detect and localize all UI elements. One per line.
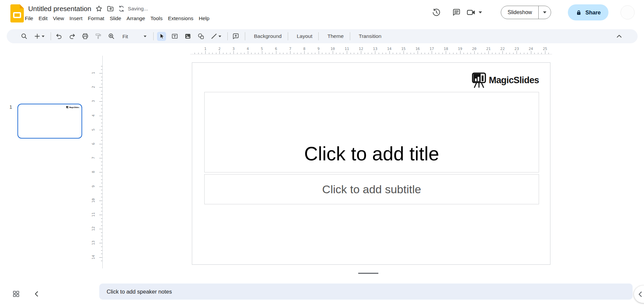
insert-shape-icon[interactable] bbox=[196, 32, 205, 41]
video-camera-icon bbox=[467, 8, 476, 16]
theme-button[interactable]: Theme bbox=[322, 31, 349, 41]
horizontal-ruler-baseline bbox=[190, 54, 552, 54]
version-history-icon[interactable] bbox=[430, 6, 443, 19]
menu-extensions[interactable]: Extensions bbox=[165, 14, 196, 23]
notes-resize-handle[interactable] bbox=[358, 273, 378, 274]
avatar[interactable] bbox=[621, 5, 635, 19]
toolbar-divider bbox=[350, 32, 350, 40]
header-actions: Slideshow Share bbox=[430, 0, 635, 25]
grid-view-icon[interactable] bbox=[10, 288, 22, 300]
star-icon[interactable] bbox=[93, 4, 105, 14]
saving-status[interactable]: Saving... bbox=[118, 5, 148, 12]
header: Untitled presentation Saving... FileEdit… bbox=[0, 0, 644, 29]
menu-slide[interactable]: Slide bbox=[107, 14, 124, 23]
document-title[interactable]: Untitled presentation bbox=[26, 4, 93, 13]
saving-label: Saving... bbox=[128, 6, 148, 12]
select-tool-icon[interactable] bbox=[157, 32, 166, 41]
layout-button[interactable]: Layout bbox=[291, 31, 318, 41]
background-button[interactable]: Background bbox=[249, 31, 287, 41]
search-menus-icon[interactable] bbox=[19, 32, 29, 41]
toolbar-divider bbox=[51, 32, 51, 40]
transition-button[interactable]: Transition bbox=[354, 31, 387, 41]
insert-line-button[interactable] bbox=[209, 32, 223, 41]
share-button[interactable]: Share bbox=[568, 4, 608, 20]
vertical-ruler: 1234567891011121314 bbox=[91, 62, 103, 265]
line-tool-icon bbox=[211, 33, 217, 40]
menu-format[interactable]: Format bbox=[85, 14, 107, 23]
subtitle-placeholder[interactable]: Click to add subtitle bbox=[204, 174, 539, 204]
expand-sidebar-button[interactable] bbox=[634, 286, 644, 303]
zoom-in-icon[interactable] bbox=[107, 32, 116, 41]
redo-icon[interactable] bbox=[67, 32, 76, 41]
menu-view[interactable]: View bbox=[50, 14, 67, 23]
magicslides-mini-icon bbox=[66, 106, 69, 109]
toolbar-divider bbox=[318, 32, 319, 40]
thumbnail-brand-logo: MagicSlides bbox=[66, 106, 79, 109]
sync-icon bbox=[118, 5, 125, 12]
plus-icon bbox=[34, 33, 41, 40]
slide-canvas[interactable]: MagicSlides Click to add title Click to … bbox=[192, 62, 550, 265]
menu-file[interactable]: File bbox=[22, 14, 36, 23]
menu-arrange[interactable]: Arrange bbox=[124, 14, 148, 23]
insert-image-icon[interactable] bbox=[183, 32, 192, 41]
menu-help[interactable]: Help bbox=[196, 14, 212, 23]
zoom-select[interactable]: Fit bbox=[120, 32, 149, 41]
chevron-down-icon bbox=[479, 11, 482, 13]
collapse-filmstrip-icon[interactable] bbox=[30, 288, 42, 300]
horizontal-ruler: 1234567891011121314151617181920212223242… bbox=[192, 47, 550, 54]
collapse-toolbar-icon[interactable] bbox=[614, 31, 624, 41]
title-placeholder[interactable]: Click to add title bbox=[204, 92, 539, 172]
undo-icon[interactable] bbox=[54, 32, 63, 41]
zoom-value: Fit bbox=[122, 34, 128, 39]
toolbar-divider bbox=[153, 32, 154, 40]
toolbar-divider bbox=[245, 32, 245, 40]
comments-icon[interactable] bbox=[450, 6, 463, 19]
insert-comment-icon[interactable] bbox=[231, 32, 240, 41]
text-box-icon[interactable] bbox=[170, 32, 179, 41]
filmstrip-panel: 1 MagicSlides bbox=[0, 47, 99, 282]
slide-thumbnail[interactable]: MagicSlides bbox=[17, 104, 82, 139]
slide-number: 1 bbox=[9, 104, 12, 110]
chevron-left-icon bbox=[638, 292, 642, 297]
toolbar-divider bbox=[288, 32, 288, 40]
title-row: Untitled presentation Saving... bbox=[26, 3, 148, 14]
chevron-down-icon bbox=[218, 36, 221, 37]
join-call-button[interactable] bbox=[467, 8, 488, 16]
vertical-ruler-baseline bbox=[102, 56, 103, 268]
chevron-down-icon bbox=[543, 11, 546, 13]
chevron-down-icon bbox=[42, 36, 45, 37]
magicslides-logo-text: MagicSlides bbox=[489, 75, 539, 86]
slideshow-button-group: Slideshow bbox=[501, 6, 551, 19]
paint-format-icon[interactable] bbox=[94, 32, 103, 41]
menu-edit[interactable]: Edit bbox=[36, 14, 50, 23]
chevron-down-icon bbox=[144, 36, 147, 37]
title-placeholder-text: Click to add title bbox=[304, 143, 439, 165]
toolbar-divider bbox=[227, 32, 228, 40]
speaker-notes-placeholder: Click to add speaker notes bbox=[107, 289, 172, 295]
magicslides-logo: MagicSlides bbox=[472, 72, 539, 88]
subtitle-placeholder-text: Click to add subtitle bbox=[322, 183, 421, 196]
menu-insert[interactable]: Insert bbox=[67, 14, 85, 23]
slideshow-label: Slideshow bbox=[507, 9, 532, 15]
toolbar: Fit Background bbox=[7, 29, 638, 43]
lock-icon bbox=[576, 9, 582, 16]
move-folder-icon[interactable] bbox=[105, 4, 116, 14]
print-icon[interactable] bbox=[80, 32, 90, 41]
slideshow-button[interactable]: Slideshow bbox=[501, 6, 538, 19]
new-slide-button[interactable] bbox=[33, 32, 46, 41]
magicslides-logo-icon bbox=[472, 72, 486, 88]
menu-bar: FileEditViewInsertFormatSlideArrangeTool… bbox=[22, 14, 212, 23]
menu-tools[interactable]: Tools bbox=[148, 14, 165, 23]
share-label: Share bbox=[585, 9, 601, 16]
google-slides-logo-icon[interactable] bbox=[10, 4, 24, 22]
slideshow-options-button[interactable] bbox=[538, 6, 551, 19]
speaker-notes[interactable]: Click to add speaker notes bbox=[99, 284, 633, 300]
